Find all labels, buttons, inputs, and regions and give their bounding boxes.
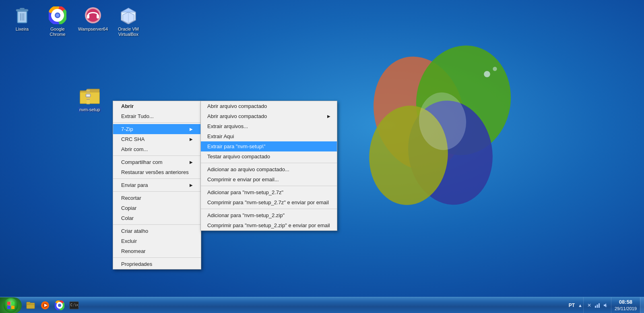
desktop-icons-row: Lixeira bbox=[6, 4, 144, 39]
taskbar-icon-media-player[interactable] bbox=[39, 299, 52, 312]
submenu-item-extrair-aqui[interactable]: Extrair Aqui bbox=[201, 131, 337, 141]
svg-rect-37 bbox=[7, 306, 10, 309]
taskbar-clock[interactable]: 08:58 29/11/2019 bbox=[611, 297, 640, 313]
svg-rect-38 bbox=[11, 306, 14, 309]
desktop-zip-file[interactable]: nvm-setup bbox=[74, 87, 106, 112]
desktop-icon-lixeira[interactable]: Lixeira bbox=[6, 4, 38, 39]
taskbar: C:\>_ PT ▲ ✕ bbox=[0, 297, 644, 313]
svg-rect-40 bbox=[27, 302, 30, 304]
submenu-item-comprimir-email[interactable]: Comprimir e enviar por email... bbox=[201, 174, 337, 184]
submenu-arrow: ▶ bbox=[327, 114, 330, 118]
svg-rect-13 bbox=[20, 8, 25, 10]
separator bbox=[113, 122, 201, 123]
separator bbox=[201, 163, 337, 163]
desktop-icon-label: Wampserver64 bbox=[78, 27, 108, 32]
taskbar-icon-cmd[interactable]: C:\>_ bbox=[68, 299, 80, 312]
svg-marker-25 bbox=[121, 8, 136, 12]
chrome-icon bbox=[48, 6, 67, 25]
submenu-item-adicionar[interactable]: Adicionar ao arquivo compactado... bbox=[201, 164, 337, 174]
svg-text:): ) bbox=[606, 305, 607, 307]
desktop-icon-wamp[interactable]: Wampserver64 bbox=[77, 4, 109, 39]
menu-item-abrir[interactable]: Abrir bbox=[113, 101, 201, 111]
taskbar-systray: ✕ ) bbox=[583, 297, 611, 313]
menu-item-compartilhar[interactable]: Compartilhar com ▶ bbox=[113, 157, 201, 167]
taskbar-language[interactable]: PT bbox=[566, 303, 577, 308]
menu-item-colar[interactable]: Colar bbox=[113, 213, 201, 223]
desktop-icon-label: Oracle VM VirtualBox bbox=[118, 27, 139, 37]
svg-rect-36 bbox=[11, 302, 14, 305]
svg-point-6 bbox=[493, 67, 497, 71]
virtualbox-icon bbox=[119, 6, 138, 25]
menu-item-criar-atalho[interactable]: Criar atalho bbox=[113, 226, 201, 236]
systray-icon-x: ✕ bbox=[586, 302, 592, 309]
submenu-item-adicionar-zip[interactable]: Adicionar para "nvm-setup_2.zip" bbox=[201, 210, 337, 220]
submenu-item-adicionar-7z[interactable]: Adicionar para "nvm-setup_2.7z" bbox=[201, 187, 337, 197]
separator bbox=[113, 224, 201, 225]
trash-icon bbox=[12, 6, 32, 25]
svg-rect-28 bbox=[87, 89, 90, 90]
clock-date: 29/11/2019 bbox=[615, 306, 637, 312]
windows-logo bbox=[330, 32, 539, 242]
svg-rect-34 bbox=[87, 95, 90, 96]
svg-rect-35 bbox=[7, 302, 10, 305]
context-menu: Abrir Extrair Tudo... 7-Zip ▶ CRC SHA ▶ … bbox=[113, 101, 201, 269]
svg-rect-22 bbox=[97, 15, 99, 19]
submenu-arrow: ▶ bbox=[190, 160, 193, 164]
desktop: Lixeira bbox=[0, 0, 644, 313]
menu-item-renomear[interactable]: Renomear bbox=[113, 246, 201, 256]
menu-item-propriedades[interactable]: Propriedades bbox=[113, 259, 201, 269]
menu-item-abrir-com[interactable]: Abrir com... bbox=[113, 144, 201, 154]
separator bbox=[113, 257, 201, 258]
menu-item-excluir[interactable]: Excluir bbox=[113, 236, 201, 246]
desktop-icon-label: Lixeira bbox=[16, 27, 29, 32]
taskbar-right: PT ▲ ✕ ) bbox=[566, 297, 644, 313]
separator bbox=[201, 186, 337, 186]
taskbar-icon-chrome[interactable] bbox=[53, 299, 66, 312]
menu-item-recortar[interactable]: Recortar bbox=[113, 193, 201, 203]
systray-icon-volume: ) bbox=[602, 302, 609, 309]
separator bbox=[113, 155, 201, 156]
taskbar-icon-explorer[interactable] bbox=[24, 299, 37, 312]
submenu-item-testar[interactable]: Testar arquivo compactado bbox=[201, 151, 337, 162]
svg-point-18 bbox=[56, 14, 59, 17]
svg-rect-50 bbox=[597, 305, 598, 308]
svg-point-5 bbox=[484, 71, 490, 77]
zip-file-label: nvm-setup bbox=[78, 107, 101, 112]
submenu-arrow: ▶ bbox=[190, 137, 193, 141]
submenu-item-comprimir-zip-email[interactable]: Comprimir para "nvm-setup_2.zip" e envia… bbox=[201, 220, 337, 230]
desktop-icon-virtualbox[interactable]: Oracle VM VirtualBox bbox=[112, 4, 144, 39]
submenu-7zip: Abrir arquivo compactado Abrir arquivo c… bbox=[200, 101, 337, 231]
systray-icon-network bbox=[594, 302, 601, 309]
svg-rect-32 bbox=[87, 99, 90, 100]
submenu-item-extrair-para[interactable]: Extrair para "nvm-setup\" bbox=[201, 141, 337, 151]
svg-text:C:\>_: C:\>_ bbox=[70, 303, 79, 307]
svg-rect-49 bbox=[595, 306, 596, 308]
submenu-item-abrir-compactado2[interactable]: Abrir arquivo compactado ▶ bbox=[201, 111, 337, 121]
notif-expand-button[interactable]: ▲ bbox=[577, 303, 583, 308]
separator bbox=[113, 191, 201, 192]
show-desktop-button[interactable] bbox=[640, 297, 644, 313]
submenu-item-abrir-compactado[interactable]: Abrir arquivo compactado bbox=[201, 101, 337, 111]
desktop-icon-label: Google Chrome bbox=[43, 27, 72, 37]
submenu-item-extrair-arquivos[interactable]: Extrair arquivos... bbox=[201, 121, 337, 131]
submenu-arrow: ▶ bbox=[190, 183, 193, 187]
clock-time: 08:58 bbox=[619, 298, 632, 306]
svg-rect-51 bbox=[599, 303, 600, 308]
submenu-arrow: ▶ bbox=[190, 127, 193, 131]
submenu-item-comprimir-7z-email[interactable]: Comprimir para "nvm-setup_2.7z" e enviar… bbox=[201, 197, 337, 207]
menu-item-copiar[interactable]: Copiar bbox=[113, 203, 201, 213]
svg-point-46 bbox=[58, 304, 61, 307]
separator bbox=[113, 178, 201, 179]
menu-item-enviar-para[interactable]: Enviar para ▶ bbox=[113, 180, 201, 190]
svg-rect-21 bbox=[87, 15, 89, 19]
start-orb bbox=[4, 298, 18, 313]
menu-item-crc-sha[interactable]: CRC SHA ▶ bbox=[113, 134, 201, 144]
start-button[interactable] bbox=[0, 297, 22, 313]
wamp-icon bbox=[83, 6, 103, 25]
separator bbox=[201, 209, 337, 209]
menu-item-7zip[interactable]: 7-Zip ▶ bbox=[113, 124, 201, 134]
menu-item-restaurar[interactable]: Restaurar versões anteriores bbox=[113, 167, 201, 177]
desktop-icon-chrome[interactable]: Google Chrome bbox=[41, 4, 74, 39]
svg-rect-29 bbox=[87, 91, 90, 93]
menu-item-extrair-tudo[interactable]: Extrair Tudo... bbox=[113, 111, 201, 121]
